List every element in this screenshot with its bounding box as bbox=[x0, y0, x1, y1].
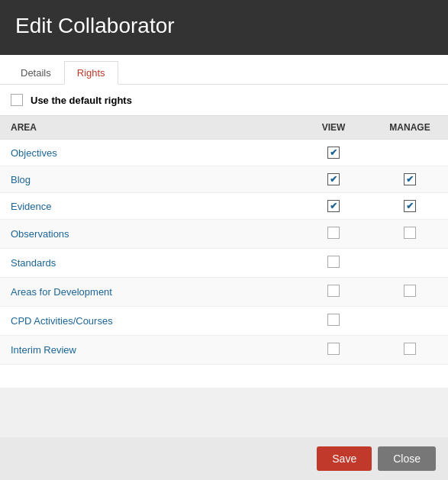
cell-area: Evidence bbox=[0, 193, 295, 220]
table-row: Evidence bbox=[0, 193, 448, 220]
cell-manage bbox=[372, 166, 448, 193]
page-header: Edit Collaborator bbox=[0, 0, 448, 55]
cell-area: Standards bbox=[0, 249, 295, 278]
page-wrap: Edit Collaborator Details Rights Use the… bbox=[0, 0, 448, 480]
table-row: Standards bbox=[0, 249, 448, 278]
table-row: Interim Review bbox=[0, 336, 448, 365]
view-checkbox[interactable] bbox=[327, 343, 340, 355]
col-view: VIEW bbox=[295, 116, 372, 140]
cell-manage bbox=[372, 220, 448, 249]
cell-view bbox=[295, 249, 372, 278]
cell-manage bbox=[372, 336, 448, 365]
table-header-row: AREA VIEW MANAGE bbox=[0, 116, 448, 140]
view-checkbox[interactable] bbox=[327, 147, 340, 159]
manage-checkbox[interactable] bbox=[404, 173, 416, 185]
default-rights-checkbox[interactable] bbox=[11, 94, 23, 106]
page-footer: Save Close bbox=[0, 437, 448, 480]
cell-manage bbox=[372, 278, 448, 307]
cell-area: Areas for Development bbox=[0, 278, 295, 307]
tab-rights[interactable]: Rights bbox=[64, 61, 118, 85]
page-title: Edit Collaborator bbox=[15, 14, 433, 38]
tab-bar: Details Rights bbox=[0, 55, 448, 85]
view-checkbox[interactable] bbox=[327, 227, 340, 239]
cell-manage bbox=[372, 193, 448, 220]
table-row: Areas for Development bbox=[0, 278, 448, 307]
view-checkbox[interactable] bbox=[327, 200, 340, 212]
table-row: Blog bbox=[0, 166, 448, 193]
table-row: Observations bbox=[0, 220, 448, 249]
tab-details[interactable]: Details bbox=[8, 61, 64, 84]
cell-view bbox=[295, 278, 372, 307]
cell-area: Objectives bbox=[0, 140, 295, 166]
default-rights-row: Use the default rights bbox=[0, 85, 448, 115]
view-checkbox[interactable] bbox=[327, 173, 340, 185]
manage-checkbox[interactable] bbox=[404, 285, 416, 297]
rights-table: AREA VIEW MANAGE ObjectivesBlogEvidenceO… bbox=[0, 115, 448, 365]
manage-checkbox[interactable] bbox=[404, 200, 416, 212]
cell-view bbox=[295, 307, 372, 336]
main-content: Details Rights Use the default rights AR… bbox=[0, 55, 448, 388]
col-area: AREA bbox=[0, 116, 295, 140]
cell-view bbox=[295, 166, 372, 193]
cell-manage bbox=[372, 249, 448, 278]
view-checkbox[interactable] bbox=[327, 285, 340, 297]
cell-view bbox=[295, 336, 372, 365]
table-row: CPD Activities/Courses bbox=[0, 307, 448, 336]
col-manage: MANAGE bbox=[372, 116, 448, 140]
default-rights-label: Use the default rights bbox=[31, 95, 132, 106]
cell-view bbox=[295, 140, 372, 166]
cell-manage bbox=[372, 307, 448, 336]
cell-area: CPD Activities/Courses bbox=[0, 307, 295, 336]
cell-view bbox=[295, 193, 372, 220]
close-button[interactable]: Close bbox=[378, 446, 436, 471]
cell-manage bbox=[372, 140, 448, 166]
manage-checkbox[interactable] bbox=[404, 227, 416, 239]
cell-area: Observations bbox=[0, 220, 295, 249]
cell-view bbox=[295, 220, 372, 249]
cell-area: Interim Review bbox=[0, 336, 295, 365]
manage-checkbox[interactable] bbox=[404, 343, 416, 355]
cell-area: Blog bbox=[0, 166, 295, 193]
save-button[interactable]: Save bbox=[317, 446, 372, 471]
view-checkbox[interactable] bbox=[327, 314, 340, 326]
table-row: Objectives bbox=[0, 140, 448, 166]
view-checkbox[interactable] bbox=[327, 256, 340, 268]
